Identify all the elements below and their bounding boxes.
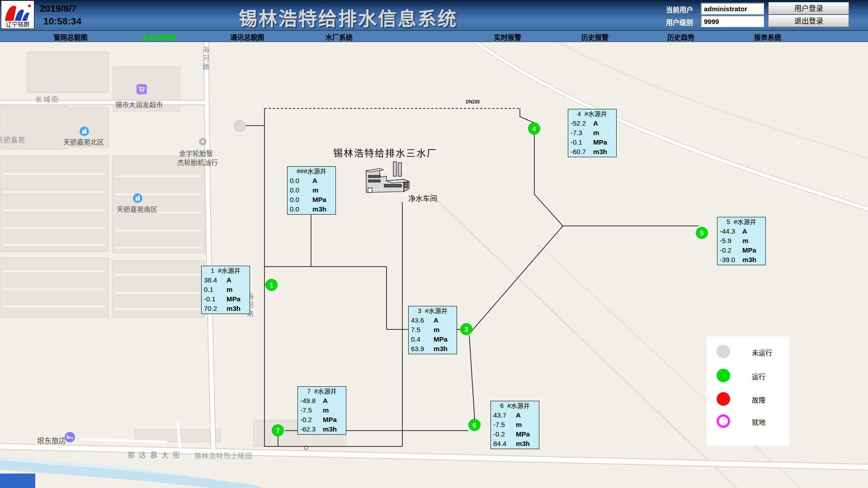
well-marker-3[interactable]: 3 — [460, 323, 472, 335]
well-marker-4[interactable]: 4 — [528, 122, 540, 135]
nav-comm-overview[interactable]: 通讯总貌图 — [230, 32, 264, 42]
logo-swoosh-icon — [1, 1, 34, 22]
company-logo: 辽宁铭朗 — [1, 0, 34, 29]
plant-workshop-label: 净水车间 — [408, 192, 437, 203]
datetime-display: 2019/8/7 10:58:34 — [40, 2, 81, 28]
legend-running-label: 运行 — [752, 371, 765, 381]
well-box-7: 7 #水源井 -49.8A -7.5m -0.2MPa -62.3m3h — [297, 386, 346, 435]
logo-text: 辽宁铭朗 — [1, 19, 34, 28]
nav-report-system[interactable]: 报表系统 — [754, 32, 781, 42]
poi-label-supermarket: 锡市大润发超市 — [115, 99, 163, 109]
poi-label-tireshop-2: 杰轮胎机油行 — [177, 157, 218, 167]
street-label-nadamu: 那达慕大街 — [127, 449, 184, 460]
nav-history-trend[interactable]: 历史趋势 — [667, 32, 694, 42]
app-window: 长城街 天骄嘉苑 海河路 海河路 那达慕大街 锡林浩特烈士陵园 锡市大润发超市 … — [0, 0, 868, 488]
user-level-field[interactable] — [701, 15, 764, 27]
residence-north-icon — [80, 127, 89, 136]
area-label-tianjiao: 天骄嘉苑 — [0, 135, 25, 144]
well-box-5: 5 #水源井 -44.3A -5.9m -0.2MPa -39.0m3h — [717, 217, 766, 265]
legend-fault-icon — [717, 392, 730, 406]
well-marker-idle[interactable] — [234, 120, 246, 132]
legend-local-label: 就地 — [752, 417, 765, 427]
plant-title: 锡林浩特给排水三水厂 — [333, 145, 437, 159]
well-box-6: 6 #水源井 43.7A -7.5m -0.2MPa 84.4m3h — [491, 401, 539, 449]
current-user-field[interactable] — [701, 3, 764, 14]
poi-label-hotel: 垠东旅店 — [37, 435, 66, 446]
nav-plant-system[interactable]: 水厂系统 — [326, 32, 353, 42]
well-box-3: 3 #水源井 43.6A 7.5m 0.4MPa 63.9m3h — [408, 306, 457, 354]
residence-south-icon — [133, 193, 142, 203]
street-label-haihe-top: 海河路 — [201, 46, 210, 72]
legend-running-icon — [717, 369, 730, 382]
shopping-icon — [137, 84, 147, 94]
legend-idle-icon — [717, 345, 730, 358]
legend-idle-label: 未运行 — [752, 347, 772, 357]
well-marker-1[interactable]: 1 — [265, 279, 278, 291]
nav-history-alarm[interactable]: 历史报警 — [581, 32, 609, 42]
login-button[interactable]: 用户登录 — [769, 2, 849, 14]
nav-bar: 管网总貌图 水源总貌图 通讯总貌图 水厂系统 实时报警 历史报警 历史趋势 报表… — [0, 30, 868, 42]
poi-label-tianjiao-south: 天骄嘉苑南区 — [117, 204, 157, 214]
header-bar: 辽宁铭朗 2019/8/7 10:58:34 锡林浩特给排水信息系统 当前用户 … — [0, 0, 868, 30]
nav-pipe-network-overview[interactable]: 管网总貌图 — [53, 32, 87, 42]
well-box-4: 4 #水源井 -52.2A -7.3m -0.1MPa -60.7m3h — [568, 109, 617, 157]
poi-label-tireshop-1: 金宇轮胎智 — [179, 148, 213, 158]
date-text: 2019/8/7 — [40, 2, 81, 15]
status-legend: 未运行 运行 故障 就地 — [707, 337, 789, 446]
street-label-changcheng: 长城街 — [35, 94, 60, 103]
user-level-label: 用户级别 — [666, 17, 698, 27]
well-marker-7[interactable]: 7 — [272, 424, 284, 436]
legend-local-icon — [717, 414, 730, 428]
page-title: 锡林浩特给排水信息系统 — [239, 4, 458, 31]
tireshop-pin-icon — [199, 138, 207, 145]
well-box-unassigned: ###水源井 0.0A 0.0m 0.0MPa 0.0m3h — [287, 166, 336, 215]
pipe-label-dn200: DN200 — [466, 99, 480, 104]
nav-water-source-overview[interactable]: 水源总貌图 — [142, 32, 175, 42]
nav-realtime-alarm[interactable]: 实时报警 — [494, 32, 521, 42]
area-label-cemetery: 锡林浩特烈士陵园 — [194, 450, 252, 460]
current-user-label: 当前用户 — [666, 5, 698, 14]
well-marker-5[interactable]: 5 — [696, 227, 708, 239]
legend-fault-label: 故障 — [752, 395, 765, 404]
well-box-1: 1 #水源井 38.4A 0.1m -0.1MPa 70.2m3h — [201, 266, 250, 314]
hotel-icon — [65, 432, 75, 442]
well-marker-6[interactable]: 6 — [468, 419, 481, 431]
time-text: 10:58:34 — [40, 15, 81, 28]
poi-label-tianjiao-north: 天骄嘉苑北区 — [63, 137, 104, 146]
logout-button[interactable]: 退出登录 — [769, 15, 849, 27]
